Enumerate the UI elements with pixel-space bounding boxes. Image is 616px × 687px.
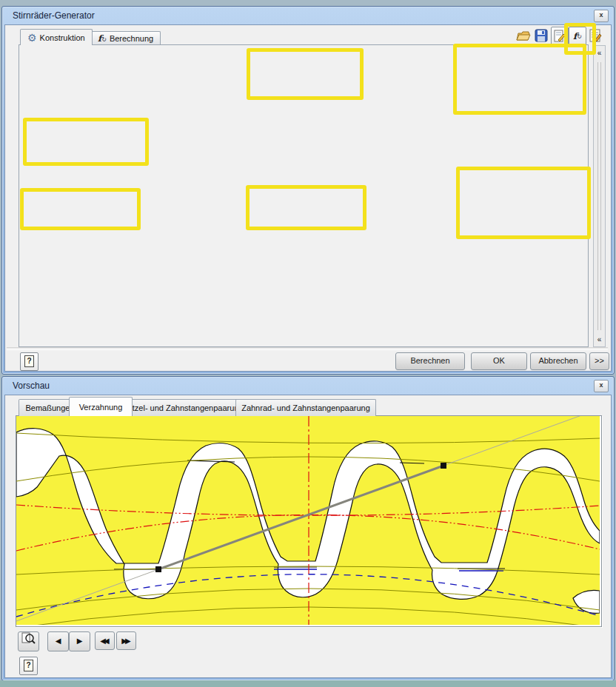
export-document-button[interactable] [551, 27, 569, 46]
preview-titlebar[interactable]: Vorschau x [2, 377, 614, 395]
splitter-grip[interactable] [597, 62, 601, 330]
fx-arrow-icon: ↻ [577, 33, 582, 40]
main-titlebar[interactable]: Stirnräder-Generator x [2, 7, 614, 24]
preview-canvas[interactable] [16, 415, 602, 627]
preview-close-button[interactable]: x [594, 380, 609, 392]
zoom-preview-button[interactable] [18, 631, 39, 651]
collapse-icon[interactable]: « [594, 335, 605, 344]
preview-help-button[interactable]: ? [19, 657, 38, 675]
notes-icon[interactable] [589, 28, 603, 43]
preview-tab-verzahnung[interactable]: Verzahnung [69, 397, 133, 416]
preview-window: Vorschau x BemaßungenVerzahnungRitzel- u… [1, 376, 615, 681]
contact-point-marker[interactable] [155, 566, 161, 572]
berechnen-button[interactable]: Berechnen [395, 352, 465, 370]
nav-next-button[interactable]: ▶ [69, 631, 90, 651]
main-dialog-window: Stirnräder-Generator x ⚙ Konstruktion f↻… [1, 6, 615, 375]
help-icon: ? [24, 355, 34, 367]
tab-berechnung[interactable]: f↻ Berechnung [90, 31, 161, 45]
tab-berechnung-label: Berechnung [110, 34, 153, 43]
help-icon: ? [24, 660, 33, 671]
save-icon[interactable] [535, 29, 548, 42]
tab-konstruktion-label: Konstruktion [40, 33, 85, 42]
abbrechen-button[interactable]: Abbrechen [530, 352, 586, 370]
recalculate-fx-button[interactable]: f↻ [569, 27, 586, 46]
footer-separator [7, 347, 608, 350]
gear-mesh-drawing [16, 416, 600, 625]
tab-konstruktion[interactable]: ⚙ Konstruktion [20, 29, 93, 45]
desktop-strip [0, 680, 616, 687]
main-close-button[interactable]: x [594, 10, 609, 22]
results-panel-splitter[interactable]: « « [593, 45, 606, 347]
preview-window-title: Vorschau [13, 381, 50, 391]
contact-point-marker[interactable] [441, 463, 446, 469]
preview-tab-zahnrad-und-zahnstangenpaarung[interactable]: Zahnrad- und Zahnstangenpaarung [235, 399, 376, 416]
main-window-title: Stirnräder-Generator [13, 10, 95, 21]
nav-first-button[interactable]: ◀◀ [95, 631, 115, 650]
open-folder-icon[interactable] [516, 29, 531, 42]
nav-previous-button[interactable]: ◀ [47, 631, 69, 651]
gear-icon: ⚙ [27, 33, 37, 43]
konstruktion-tab-page [19, 44, 589, 347]
fx-arrow-icon: ↻ [101, 36, 107, 43]
more-options-button[interactable]: >> [589, 352, 609, 370]
ok-button[interactable]: OK [471, 352, 527, 370]
collapse-icon[interactable]: « [594, 49, 605, 57]
help-button[interactable]: ? [20, 352, 38, 371]
preview-tab-ritzel-und-zahnstangenpaarung[interactable]: Ritzel- und Zahnstangenpaarung [120, 399, 248, 416]
nav-last-button[interactable]: ▶▶ [116, 631, 136, 650]
